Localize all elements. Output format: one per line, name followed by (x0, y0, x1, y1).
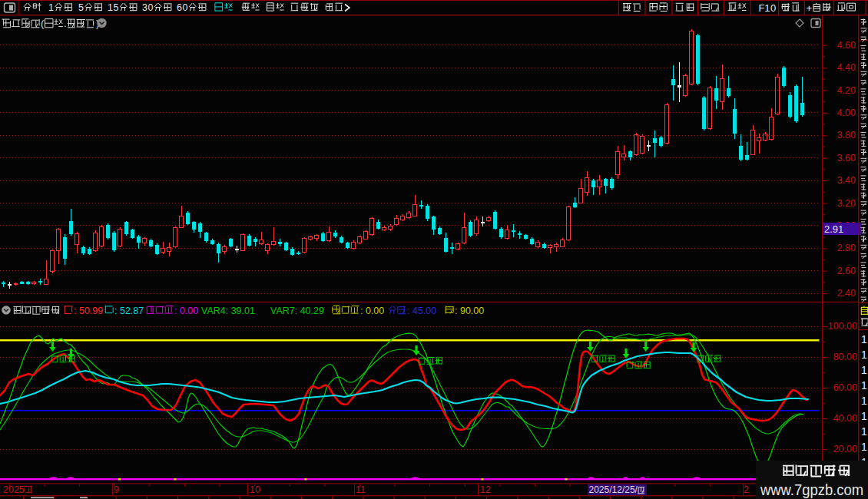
svg-text:4.60: 4.60 (837, 40, 856, 51)
svg-text:0: 0 (770, 2, 776, 14)
svg-text:4.40: 4.40 (837, 62, 856, 73)
svg-text:1: 1 (861, 333, 867, 345)
svg-text:: 50.99: : 50.99 (74, 306, 103, 316)
svg-text:5: 5 (114, 2, 119, 13)
svg-text:+: + (807, 2, 813, 14)
svg-text:2: 2 (744, 484, 749, 495)
svg-text:0: 0 (183, 2, 188, 13)
svg-text:1: 1 (861, 364, 867, 376)
svg-text:10: 10 (250, 484, 260, 495)
svg-text:5: 5 (78, 2, 84, 13)
svg-text:2.40: 2.40 (837, 288, 856, 299)
svg-text:2.91: 2.91 (824, 223, 843, 235)
svg-text:4.20: 4.20 (837, 85, 856, 96)
svg-text:1: 1 (861, 395, 867, 407)
svg-text:VAR4: 39.01: VAR4: 39.01 (201, 306, 255, 316)
svg-text:9: 9 (114, 484, 119, 495)
svg-text:1: 1 (764, 2, 770, 14)
svg-text:3: 3 (142, 2, 147, 13)
svg-text:1: 1 (861, 349, 867, 361)
svg-text:2025/12/25/: 2025/12/25/ (589, 484, 638, 495)
svg-text:20.00: 20.00 (833, 444, 857, 454)
svg-text:1: 1 (861, 379, 867, 392)
svg-text:(: ( (41, 18, 45, 29)
svg-text:1: 1 (48, 2, 54, 13)
svg-text:100.00: 100.00 (828, 321, 857, 332)
svg-text:: 52.87: : 52.87 (114, 306, 144, 316)
svg-text:2025: 2025 (3, 484, 25, 495)
svg-text:VAR7: 40.29: VAR7: 40.29 (270, 306, 324, 316)
svg-text:3.20: 3.20 (837, 198, 856, 209)
svg-text:60.00: 60.00 (833, 382, 857, 393)
svg-text:12: 12 (480, 484, 491, 495)
svg-text:www.7gpzb.com: www.7gpzb.com (760, 481, 863, 498)
svg-text:1: 1 (861, 441, 867, 453)
svg-text:11: 11 (356, 484, 366, 495)
svg-text:3.80: 3.80 (837, 130, 856, 140)
svg-text:3.60: 3.60 (837, 153, 856, 164)
svg-text:.: . (64, 18, 67, 29)
svg-text:: 0.00: : 0.00 (360, 306, 384, 316)
svg-text:: 0.00: : 0.00 (174, 306, 198, 316)
svg-text:40.00: 40.00 (833, 413, 857, 424)
svg-text:0: 0 (148, 2, 154, 13)
svg-text:1: 1 (861, 425, 867, 438)
svg-text:: 90.00: : 90.00 (455, 306, 484, 316)
svg-text:4.00: 4.00 (837, 107, 856, 118)
svg-text:1: 1 (108, 2, 113, 13)
svg-text:3.40: 3.40 (837, 175, 856, 186)
svg-text:2.80: 2.80 (837, 243, 856, 253)
svg-text:6: 6 (177, 2, 182, 13)
svg-text:2.60: 2.60 (837, 266, 856, 276)
svg-text:80.00: 80.00 (833, 352, 857, 362)
svg-text:1: 1 (861, 410, 867, 422)
svg-text:: 45.00: : 45.00 (407, 306, 436, 316)
